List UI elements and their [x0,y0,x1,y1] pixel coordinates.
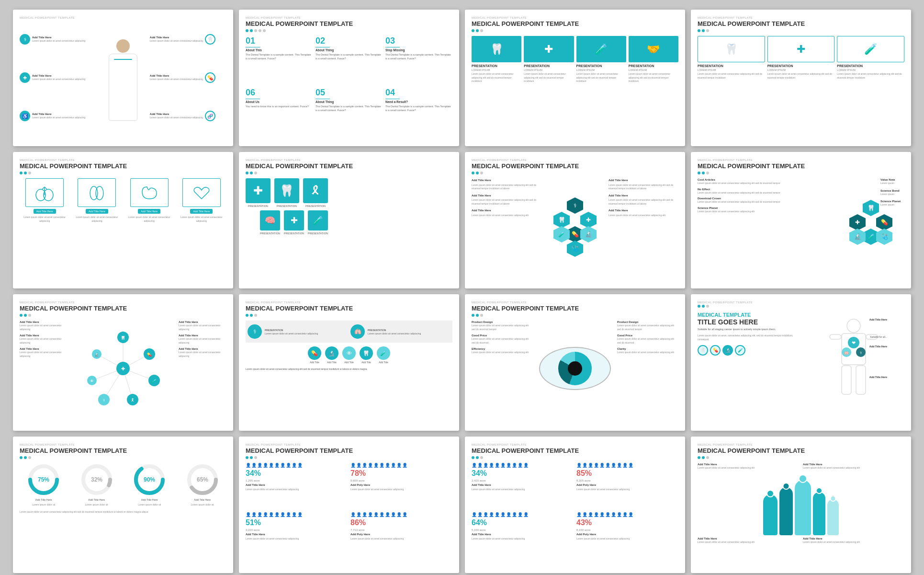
slide-grid: MEDICAL POWERPOINT TEMPLATE ⚕ Add Title … [3,0,921,575]
slide-8-header: MEDICAL POWERPOINT TEMPLATE [698,159,904,161]
slide-13-dots [20,456,226,459]
svg-point-6 [96,186,103,200]
slide-4: MEDICAL POWERPOINT TEMPLATE MEDICAL POWE… [691,10,911,146]
slide-9-header: MEDICAL POWERPOINT TEMPLATE [20,301,226,304]
proc-icon-3: 🎗 [303,178,328,203]
eye-diagram [537,321,613,416]
step-02: 02 About Thing The Dental Template is a … [316,36,383,85]
proc-icon-4: 🧠 [260,210,280,230]
circle-item-1: ⚕ [248,324,262,339]
dot-2 [250,29,253,32]
hex-6: 🔬 [580,226,597,242]
people-item-15-1: 👤👤👤👤👤👤👤👤👤👤 34% 2,410 acne Add Title Here… [472,463,574,509]
heart-icon-box [182,178,221,207]
person-sil-2: 1 [779,483,793,535]
person-sil-3: 4 [795,476,811,535]
donut-4: 65% Add Title Here Lorem ipsum dolor sit [186,463,219,506]
slide-2: MEDICAL POWERPOINT TEMPLATE MEDICAL POWE… [239,10,459,146]
sil-head-4 [816,487,823,494]
lungs-icon [35,184,54,201]
slide-11-header: MEDICAL POWERPOINT TEMPLATE [472,301,678,304]
organ-heart: Add Title Here Lorem ipsum dolor sit ame… [177,178,226,223]
sil-body-4 [813,492,825,535]
people-item-15-4: 👤👤👤👤👤👤👤👤👤👤 43% 8,160 acne Add Poly Here … [576,512,678,559]
hex-c-2: ✚ [849,214,866,230]
slide-12: MEDICAL POWERPOINT TEMPLATE MEDICAL TEMP… [691,294,911,431]
slide-7-dots [472,172,678,174]
pct-86: 86% [350,518,452,527]
lungs-btn: Add Title Here [34,209,56,214]
svg-text:90%: 90% [144,476,155,483]
hex-1: ⚕ [567,197,583,214]
slide-14-dots [246,456,452,459]
slide-16-dots [698,456,904,459]
proc-icon-1: ✚ [246,178,270,203]
sil-body-1 [763,494,778,535]
icon-medical-5: 💊 [205,72,215,83]
pct-34: 34% [246,469,348,478]
slide-10-dots [246,314,452,317]
dot-4 [259,29,261,32]
silhouette-area: 3 1 4 2 [698,473,904,535]
slide-5-title: MEDICAL POWERPOINT TEMPLATE [20,162,226,170]
slide-4-title: MEDICAL POWERPOINT TEMPLATE [698,20,904,27]
svg-text:⚕: ⚕ [860,351,862,355]
sil-head-3 [799,474,807,483]
pct-64: 64% [472,518,574,527]
card-icon-box-3: 🧪 [576,36,626,62]
sil-body-5 [827,499,839,535]
slide-12-big-title: MEDICAL TEMPLATE [698,311,799,318]
kidneys-icon-box [78,178,116,207]
sil-body-2 [779,487,793,535]
card-icon-box-1: 🦷 [472,36,521,62]
circle-icon-1: ⚕ [248,324,262,339]
svg-rect-32 [830,334,841,339]
hex-7: 🩺 [567,241,583,257]
proc-1: ✚ PRESENTATION [246,178,270,207]
card-4-3: 🧪 PRESENTATION LOREM IPSUM Lorem ipsum d… [837,36,904,80]
slide-3-header: MEDICAL POWERPOINT TEMPLATE [472,16,678,19]
svg-text:🧪: 🧪 [152,379,157,383]
svg-rect-35 [856,366,866,394]
slide-9: MEDICAL POWERPOINT TEMPLATE MEDICAL POWE… [13,294,233,431]
stomach-icon-box [130,178,169,207]
svg-text:👁: 👁 [90,379,94,383]
slide-11-dots [472,314,678,317]
proc-4: 🧠 PRESENTATION [260,210,280,235]
lungs-icon-box [25,178,64,207]
step-01: 01 About This The Dental Template is a s… [246,36,313,85]
slide-5-dots [20,172,226,174]
person-sil-5: 5 [827,495,839,535]
slide-12-left: MEDICAL TEMPLATE TITLE GOES HERE Suitabl… [698,311,799,407]
slide-11-title: MEDICAL POWERPOINT TEMPLATE [472,305,678,312]
circle-b-4: 🦷 [360,346,373,360]
cards-row-4: 🦷 PRESENTATION LOREM IPSUM Lorem ipsum d… [698,36,904,80]
hex2-area: Cool Articles Lorem ipsum dolor sit amet… [698,178,904,274]
step-06: 06 About Us You need to know this is an … [246,88,313,137]
proc-icon-6: 🧪 [308,210,328,230]
people-item-3: 👤👤👤👤👤👤👤👤👤👤 51% 3,220 acne Add Title Here… [246,512,348,559]
slide-12-dots [698,305,904,308]
icon-medical-3: ♿ [20,111,30,121]
process-row-1: ✚ PRESENTATION 🦷 PRESENTATION 🎗 PRESENTA… [246,178,452,207]
circle-b-2: 🔬 [325,346,338,360]
proc-6: 🧪 PRESENTATION [308,210,328,235]
svg-rect-34 [842,366,851,394]
hex-area-7: Add Title Here Lorem ipsum dolor sit ame… [472,178,678,274]
proc-2: 🦷 PRESENTATION [274,178,299,207]
people-grid-15: 👤👤👤👤👤👤👤👤👤👤 34% 2,410 acne Add Title Here… [472,463,678,559]
icon-medical-2: ✚ [20,72,30,83]
slide-12-subtitle: TITLE GOES HERE [698,318,799,326]
kidneys-icon [87,184,106,201]
svg-text:75%: 75% [38,476,49,483]
gray-bar: ⚕ PRESENTATION Lorem ipsum dolor sit ame… [246,321,452,343]
slide-5: MEDICAL POWERPOINT TEMPLATE MEDICAL POWE… [13,152,233,288]
slide-8-title: MEDICAL POWERPOINT TEMPLATE [698,162,904,170]
hex-cluster-7: ⚕ 🦷 ✚ 💊 🧪 🔬 🩺 [549,197,601,255]
slide-2-dots [246,29,452,32]
svg-text:🦷: 🦷 [121,335,125,340]
slide-4-header: MEDICAL POWERPOINT TEMPLATE [698,16,904,19]
hex-c-5: 🔬 [849,229,866,245]
slide-12-content: MEDICAL TEMPLATE TITLE GOES HERE Suitabl… [698,311,904,407]
eye-iris [558,352,592,385]
